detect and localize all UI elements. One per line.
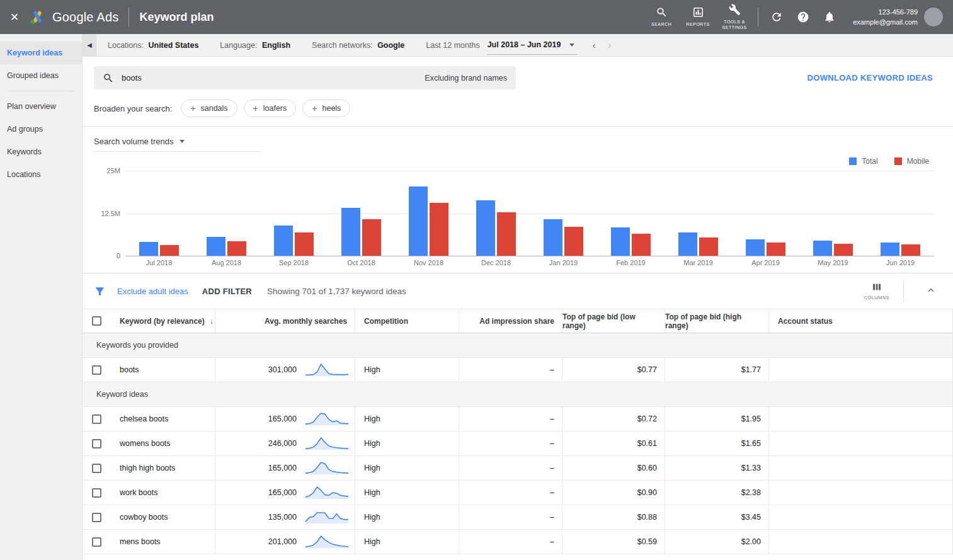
broaden-chip-sandals[interactable]: +sandals (181, 100, 237, 117)
bar-mobile-nov-2018[interactable] (430, 203, 448, 256)
bar-total-feb-2019[interactable] (611, 227, 630, 256)
header-account-status[interactable]: Account status (768, 309, 952, 333)
sidebar-item-keywords[interactable]: Keywords (0, 140, 82, 163)
notifications-bell-icon[interactable] (816, 0, 843, 34)
row-checkbox[interactable] (92, 513, 101, 522)
row-checkbox-cell (83, 456, 111, 480)
avg-monthly-searches-value: 165,000 (268, 464, 297, 472)
bar-mobile-mar-2019[interactable] (699, 237, 718, 256)
google-ads-app: ✕ Google Ads Keyword plan SEARCHREPORTST… (0, 0, 953, 560)
ad-impression-share-cell: – (459, 358, 562, 382)
bar-mobile-sep-2018[interactable] (295, 232, 314, 256)
avg-monthly-searches-value: 165,000 (268, 488, 297, 497)
header-ad-impression-share[interactable]: Ad impression share (459, 309, 562, 333)
bar-total-jul-2018[interactable] (139, 242, 158, 256)
bar-total-aug-2018[interactable] (207, 237, 225, 256)
close-icon[interactable]: ✕ (0, 0, 29, 34)
download-keyword-ideas-button[interactable]: DOWNLOAD KEYWORD IDEAS (807, 73, 933, 83)
sidebar-item-plan-overview[interactable]: Plan overview (0, 95, 82, 118)
date-range-select[interactable]: Jul 2018 – Jun 2019 (488, 35, 578, 55)
search-query-text: boots (122, 73, 425, 83)
exclude-adult-ideas-button[interactable]: Exclude adult ideas (117, 287, 188, 296)
bar-total-oct-2018[interactable] (341, 208, 360, 256)
sidebar-item-keyword-ideas[interactable]: Keyword ideas (0, 42, 82, 64)
search-trend-sparkline (304, 459, 350, 477)
bar-total-jun-2019[interactable] (881, 243, 899, 256)
collapse-table-icon[interactable] (918, 282, 944, 300)
search-icon (103, 72, 114, 84)
next-period-icon[interactable]: › (602, 40, 617, 50)
topbar-tools-settings-button[interactable]: TOOLS & SETTINGS (716, 0, 753, 34)
row-checkbox[interactable] (92, 439, 101, 449)
results-toolbar: Exclude adult ideas ADD FILTER Showing 7… (83, 273, 953, 309)
header-keyword-by-relevance[interactable]: Keyword (by relevance)↓ (111, 309, 215, 333)
keyword-cell[interactable]: chelsea boots (111, 407, 215, 431)
ad-impression-share-cell: – (459, 505, 562, 529)
sidebar-item-grouped-ideas[interactable]: Grouped ideas (0, 64, 82, 87)
header-top-of-page-bid-high-range[interactable]: Top of page bid (high range) (665, 309, 768, 333)
filter-search-networks[interactable]: Search networks: Google (312, 41, 404, 50)
previous-period-icon[interactable]: ‹ (586, 40, 602, 50)
main-panel: ◀ Locations: United StatesLanguage: Engl… (82, 34, 953, 560)
keyword-search-input[interactable]: boots Excluding brand names (94, 66, 516, 89)
row-checkbox[interactable] (92, 365, 101, 375)
header-label: Competition (364, 317, 408, 326)
competition-cell: High (355, 407, 459, 431)
bar-total-nov-2018[interactable] (409, 186, 428, 256)
header-competition[interactable]: Competition (355, 309, 459, 333)
broaden-search-row: Broaden your search: +sandals+loafers+he… (83, 98, 953, 127)
bar-mobile-jul-2018[interactable] (160, 245, 179, 256)
avg-monthly-searches-value: 301,000 (268, 365, 297, 374)
keyword-cell[interactable]: work boots (111, 481, 215, 505)
row-checkbox[interactable] (92, 464, 101, 473)
collapse-panel-icon[interactable]: ◀ (83, 34, 96, 57)
bar-mobile-jun-2019[interactable] (901, 244, 920, 256)
keyword-cell[interactable]: womens boots (111, 431, 215, 455)
avatar[interactable] (924, 8, 943, 26)
bar-mobile-feb-2019[interactable] (632, 234, 651, 256)
refresh-icon[interactable] (763, 0, 790, 34)
header-top-of-page-bid-low-range[interactable]: Top of page bid (low range) (562, 309, 665, 333)
topbar-reports-button[interactable]: REPORTS (680, 0, 716, 34)
add-filter-button[interactable]: ADD FILTER (202, 287, 252, 296)
bar-mobile-oct-2018[interactable] (362, 219, 381, 256)
row-checkbox[interactable] (92, 488, 101, 498)
row-checkbox[interactable] (92, 414, 101, 424)
keyword-cell[interactable]: mens boots (111, 530, 215, 554)
bar-total-sep-2018[interactable] (274, 226, 293, 256)
bar-mobile-may-2019[interactable] (834, 244, 853, 256)
bar-mobile-aug-2018[interactable] (227, 241, 246, 256)
filter-locations[interactable]: Locations: United States (108, 41, 198, 50)
row-checkbox[interactable] (92, 537, 101, 547)
x-axis-label-jun-2019: Jun 2019 (867, 259, 934, 266)
help-icon[interactable] (790, 0, 816, 34)
keyword-cell[interactable]: cowboy boots (111, 505, 215, 529)
search-icon (656, 6, 668, 20)
bar-mobile-apr-2019[interactable] (767, 243, 785, 256)
bar-total-dec-2018[interactable] (476, 200, 495, 256)
bar-total-apr-2019[interactable] (746, 239, 765, 256)
columns-label: COLUMNS (864, 295, 889, 300)
broaden-chip-heels[interactable]: +heels (302, 100, 350, 117)
bar-mobile-jan-2019[interactable] (564, 227, 583, 256)
header-avg-monthly-searches[interactable]: Avg. monthly searches (215, 309, 355, 333)
bid-low-cell: $0.61 (562, 431, 665, 455)
bar-total-may-2019[interactable] (813, 241, 832, 256)
table-row-cowboy-boots: cowboy boots135,000High–$0.88$3.45 (83, 505, 952, 530)
sidebar-item-locations[interactable]: Locations (0, 163, 82, 186)
filter-funnel-icon[interactable] (94, 285, 106, 297)
filter-language[interactable]: Language: English (220, 41, 290, 50)
bar-total-mar-2019[interactable] (678, 232, 697, 256)
sidebar-item-ad-groups[interactable]: Ad groups (0, 118, 82, 140)
account-id: 123-456-789 (853, 7, 918, 18)
keyword-cell[interactable]: thigh high boots (111, 456, 215, 480)
keyword-cell[interactable]: boots (111, 358, 215, 382)
header-checkbox-cell (83, 309, 111, 333)
select-all-checkbox[interactable] (92, 316, 101, 326)
bar-total-jan-2019[interactable] (544, 219, 562, 256)
trends-metric-select[interactable]: Search volume trends (94, 137, 260, 152)
bar-mobile-dec-2018[interactable] (497, 212, 516, 256)
topbar-search-button[interactable]: SEARCH (643, 0, 680, 34)
columns-button[interactable]: COLUMNS (864, 282, 889, 300)
broaden-chip-loafers[interactable]: +loafers (244, 100, 297, 117)
